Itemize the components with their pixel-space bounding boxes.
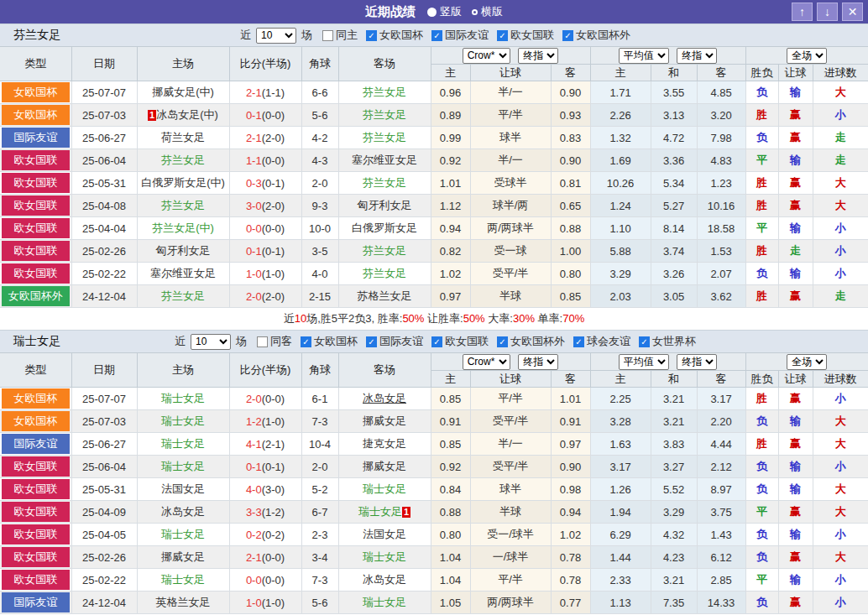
home-team[interactable]: 塞尔维亚女足	[137, 263, 229, 285]
filter-checkbox[interactable]: ✓	[431, 336, 442, 347]
competition-type-badge: 欧女国联	[2, 150, 70, 170]
fulltime-score: 1-1	[246, 154, 262, 167]
odds-company-select[interactable]: Crow*	[463, 48, 510, 64]
away-team[interactable]: 芬兰女足	[338, 81, 431, 104]
result-handicap: 输	[778, 569, 813, 592]
filter-label: 球会友谊	[587, 334, 630, 349]
final-index-select[interactable]: 终指	[518, 48, 558, 64]
home-team[interactable]: 瑞士女足	[137, 388, 229, 410]
final-index-select[interactable]: 终指	[677, 48, 717, 64]
filter-label: 女世界杯	[652, 334, 696, 349]
away-team[interactable]: 芬兰女足	[338, 263, 431, 285]
home-team[interactable]: 法国女足	[137, 478, 229, 501]
away-team[interactable]: 法国女足	[338, 524, 431, 546]
match-date: 24-12-04	[71, 592, 137, 614]
home-team[interactable]: 瑞士女足	[137, 524, 229, 546]
away-team[interactable]: 冰岛女足	[338, 388, 431, 410]
layout-radio-option[interactable]: 竖版	[427, 4, 462, 19]
team-name-text: 芬兰女足(中)	[152, 222, 214, 234]
home-team[interactable]: 瑞士女足	[137, 569, 229, 592]
home-team[interactable]: 英格兰女足	[137, 592, 229, 614]
away-team[interactable]: 芬兰女足	[338, 172, 431, 195]
away-team[interactable]: 白俄罗斯女足	[338, 217, 431, 240]
home-team[interactable]: 瑞士女足	[137, 410, 229, 433]
halftime-score: (1-0)	[262, 268, 285, 280]
filter-checkbox[interactable]: ✓	[301, 336, 311, 347]
away-team[interactable]: 挪威女足	[338, 410, 431, 433]
home-team[interactable]: 荷兰女足	[137, 127, 229, 149]
radio-label: 横版	[481, 4, 503, 19]
competition-type-badge: 欧女国联	[2, 241, 70, 261]
full-game-select[interactable]: 全场	[787, 354, 827, 370]
radio-icon[interactable]	[427, 8, 437, 17]
odds-company-select[interactable]: Crow*	[463, 354, 510, 370]
home-team[interactable]: 匈牙利女足	[137, 240, 229, 263]
filter-checkbox[interactable]: ✓	[366, 336, 377, 347]
home-team[interactable]: 芬兰女足	[137, 195, 229, 217]
result-goals: 走	[813, 127, 868, 149]
away-team[interactable]: 塞尔维亚女足	[338, 149, 431, 172]
home-team[interactable]: 芬兰女足	[137, 285, 229, 308]
handicap-home-odds: 1.05	[431, 592, 470, 614]
handicap-line: 受平/半	[470, 456, 551, 478]
final-index-select[interactable]: 终指	[677, 354, 717, 370]
away-team[interactable]: 捷克女足	[338, 433, 431, 456]
final-index-select[interactable]: 终指	[518, 354, 558, 370]
full-game-select[interactable]: 全场	[787, 48, 827, 64]
home-team[interactable]: 冰岛女足	[137, 501, 229, 524]
away-team[interactable]: 苏格兰女足	[338, 285, 431, 308]
filter-checkbox[interactable]: ✓	[497, 30, 508, 41]
filter-checkbox[interactable]: ✓	[497, 336, 508, 347]
away-team[interactable]: 瑞士女足	[338, 592, 431, 614]
avg-home-odds: 1.69	[590, 149, 651, 172]
layout-radio-option[interactable]: 横版	[472, 4, 503, 19]
away-team[interactable]: 挪威女足	[338, 456, 431, 478]
home-team[interactable]: 挪威女足(中)	[137, 81, 229, 104]
away-team[interactable]: 芬兰女足	[338, 240, 431, 263]
radio-icon[interactable]	[472, 9, 478, 15]
near-label: 近	[240, 28, 251, 43]
average-select[interactable]: 平均值	[619, 48, 669, 64]
away-team[interactable]: 瑞士女足	[338, 478, 431, 501]
avg-away-odds: 2.07	[697, 263, 745, 285]
match-count-select[interactable]: 10	[256, 28, 296, 44]
handicap-line: 受球半	[470, 172, 551, 195]
average-select[interactable]: 平均值	[619, 354, 669, 370]
avg-away-odds: 1.53	[697, 240, 745, 263]
home-team[interactable]: 瑞士女足	[137, 433, 229, 456]
home-team[interactable]: 挪威女足	[137, 546, 229, 569]
away-team[interactable]: 冰岛女足	[338, 569, 431, 592]
match-row: 欧女国联25-02-22瑞士女足0-0(0-0)7-3冰岛女足1.04平/半0.…	[0, 569, 868, 592]
home-team[interactable]: 白俄罗斯女足(中)	[137, 172, 229, 195]
score: 0-1(0-1)	[229, 240, 301, 263]
filter-checkbox[interactable]: ✓	[366, 30, 377, 41]
filter-checkbox[interactable]: ✓	[431, 30, 442, 41]
home-team[interactable]: 芬兰女足(中)	[137, 217, 229, 240]
subcol-handicap-home: 主	[431, 65, 470, 81]
handicap-line: 两/两球半	[470, 217, 551, 240]
away-team[interactable]: 芬兰女足	[338, 127, 431, 149]
avg-away-odds: 2.20	[697, 410, 745, 433]
home-team[interactable]: 芬兰女足	[137, 149, 229, 172]
away-team[interactable]: 匈牙利女足	[338, 195, 431, 217]
score: 3-0(2-0)	[229, 195, 301, 217]
close-button[interactable]: ✕	[842, 3, 863, 21]
away-team[interactable]: 芬兰女足	[338, 104, 431, 127]
same-venue-checkbox[interactable]	[322, 30, 333, 41]
score: 0-2(0-2)	[229, 524, 301, 546]
match-type: 欧女国联	[0, 149, 71, 172]
result-goals: 大	[813, 195, 868, 217]
home-team[interactable]: 瑞士女足	[137, 456, 229, 478]
move-down-button[interactable]: ↓	[817, 3, 838, 21]
match-type: 女欧国杯	[0, 410, 71, 433]
away-team[interactable]: 瑞士女足1	[338, 501, 431, 524]
avg-home-odds: 5.88	[590, 240, 651, 263]
same-venue-checkbox[interactable]	[257, 336, 268, 347]
filter-checkbox[interactable]: ✓	[562, 30, 573, 41]
move-up-button[interactable]: ↑	[792, 3, 813, 21]
filter-checkbox[interactable]: ✓	[573, 336, 584, 347]
away-team[interactable]: 瑞士女足	[338, 546, 431, 569]
match-count-select[interactable]: 10	[191, 334, 231, 350]
home-team[interactable]: 1冰岛女足(中)	[137, 104, 229, 127]
filter-checkbox[interactable]: ✓	[639, 336, 650, 347]
